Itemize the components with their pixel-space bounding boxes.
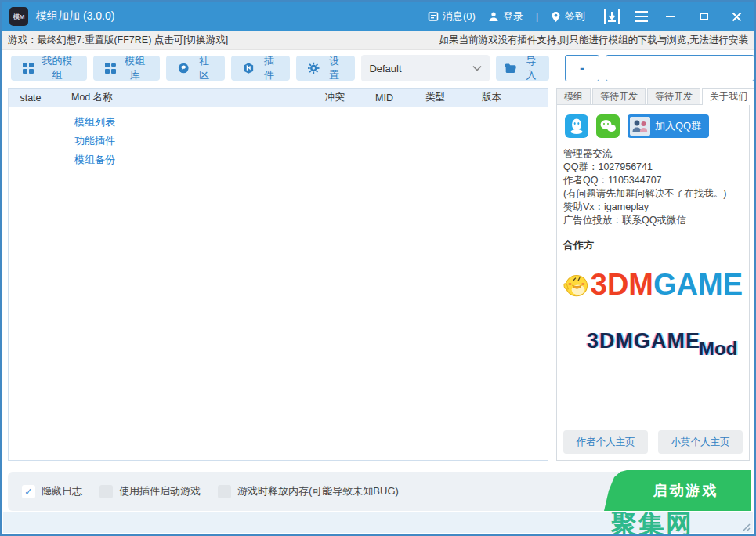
checkbox-checked-icon: ✓	[22, 485, 35, 498]
info-line: 管理器交流	[563, 147, 743, 161]
messages-button[interactable]: 消息(0)	[428, 9, 476, 24]
col-conflict: 冲突	[322, 91, 372, 104]
logo-3dmgame: 3DMGAME	[562, 260, 743, 309]
tab-pending-1[interactable]: 等待开发	[592, 88, 646, 105]
folder-icon	[505, 63, 516, 74]
minimize-button[interactable]	[660, 8, 681, 25]
qq-icon[interactable]	[565, 114, 588, 138]
gear-icon	[308, 62, 320, 74]
titlebar-separator: |	[536, 11, 538, 22]
download-icon	[604, 9, 620, 24]
info-line: 赞助Vx：igameplay	[563, 201, 743, 214]
user-icon	[488, 11, 499, 22]
col-type: 类型	[422, 91, 479, 104]
qq-group-avatar	[630, 117, 650, 136]
settings-button[interactable]: 设置	[296, 56, 355, 81]
table-row: 模组列表	[9, 113, 548, 132]
toolbar: 我的模组 模组库 社区 插件 设置	[2, 50, 754, 86]
free-memory-label: 游戏时释放内存(可能导致未知BUG)	[237, 484, 399, 498]
launch-game-button[interactable]: 启动游戏	[594, 470, 751, 511]
info-line: 作者QQ：1105344707	[563, 174, 743, 187]
close-button[interactable]	[726, 8, 747, 25]
mod-list-link[interactable]: 模组列表	[74, 115, 115, 129]
free-memory-checkbox[interactable]: 游戏时释放内存(可能导致未知BUG)	[218, 484, 399, 498]
apps-icon	[105, 63, 116, 74]
import-button[interactable]: 导入	[496, 56, 549, 81]
right-panel: 模组 等待开发 等待开发 关于我们	[556, 88, 750, 461]
info-line: (有问题请先加群问解决不了在找我。)	[563, 187, 743, 201]
login-button[interactable]: 登录	[488, 9, 523, 24]
chick-mascot-icon	[562, 260, 591, 309]
tab-about-us[interactable]: 关于我们	[702, 88, 755, 105]
hide-log-label: 隐藏日志	[42, 484, 82, 498]
titlebar-right: 消息(0) 登录 | 签到	[428, 8, 747, 25]
checkbox-unchecked-icon	[218, 485, 231, 498]
juji-watermark: 聚集网	[611, 507, 693, 536]
plugin-launch-label: 使用插件启动游戏	[119, 484, 201, 498]
join-qq-group-label: 加入QQ群	[655, 119, 701, 133]
join-qq-group-button[interactable]: 加入QQ群	[628, 114, 709, 138]
table-header: state Mod 名称 冲突 MID 类型 版本	[9, 89, 548, 107]
download-button[interactable]	[604, 9, 620, 24]
login-label: 登录	[503, 9, 523, 24]
tab-mods[interactable]: 模组	[556, 88, 591, 105]
community-button[interactable]: 社区	[166, 56, 225, 81]
contact-icons-row: 加入QQ群	[565, 114, 743, 138]
plugin-launch-checkbox[interactable]: 使用插件启动游戏	[99, 484, 201, 498]
hamburger-icon	[635, 11, 648, 22]
maximize-icon	[700, 13, 708, 20]
import-label: 导入	[522, 54, 541, 82]
mod-table-panel: state Mod 名称 冲突 MID 类型 版本 模组列表 功能插件 模组备份	[8, 88, 548, 461]
message-icon	[428, 11, 439, 22]
settings-label: 设置	[325, 54, 344, 82]
grid-icon	[23, 63, 34, 74]
remove-filter-button[interactable]: -	[565, 55, 599, 81]
my-mods-label: 我的模组	[39, 54, 75, 82]
right-panel-tabs: 模组 等待开发 等待开发 关于我们	[556, 88, 750, 105]
plugin-icon	[243, 62, 255, 74]
xiaomo-homepage-button[interactable]: 小莫个人主页	[658, 430, 743, 454]
search-input[interactable]	[606, 55, 754, 81]
main-area: state Mod 名称 冲突 MID 类型 版本 模组列表 功能插件 模组备份	[2, 86, 754, 461]
partners-title: 合作方	[563, 238, 743, 252]
signin-button[interactable]: 签到	[551, 9, 585, 24]
maximize-button[interactable]	[693, 8, 714, 25]
app-icon: 模M	[9, 7, 28, 26]
logo-3dm-text: 3DMGAME	[591, 270, 743, 299]
menu-button[interactable]	[635, 11, 648, 22]
chat-icon	[178, 62, 190, 74]
minimize-icon	[666, 16, 675, 17]
profile-select-value: Default	[369, 63, 401, 74]
titlebar-left: 模M 模组加加 (3.0.0)	[9, 7, 114, 26]
mod-backup-link[interactable]: 模组备份	[74, 153, 115, 167]
signin-label: 签到	[565, 9, 585, 24]
resize-grip[interactable]	[741, 522, 751, 531]
table-row: 功能插件	[9, 132, 548, 150]
table-row: 模组备份	[9, 150, 548, 169]
current-game-switch[interactable]: 游戏：最终幻想7:重置版(FF7RE) 点击可[切换游戏]	[8, 34, 228, 47]
info-line: 广告位投放：联系QQ或微信	[563, 214, 743, 227]
window-title: 模组加加 (3.0.0)	[36, 9, 114, 24]
function-plugin-link[interactable]: 功能插件	[74, 134, 115, 148]
community-label: 社区	[195, 54, 214, 82]
col-mid: MID	[372, 92, 422, 103]
close-icon	[732, 12, 742, 22]
app-window: 模M 模组加加 (3.0.0) 消息(0) 登录 | 签到	[0, 0, 756, 536]
checkbox-unchecked-icon	[99, 485, 113, 498]
author-homepage-button[interactable]: 作者个人主页	[563, 430, 648, 454]
mod-library-button[interactable]: 模组库	[93, 56, 160, 81]
col-state: state	[9, 92, 52, 103]
plugins-button[interactable]: 插件	[231, 56, 290, 81]
wechat-icon[interactable]	[596, 114, 620, 138]
table-body: 模组列表 功能插件 模组备份	[9, 107, 548, 169]
hide-log-checkbox[interactable]: ✓ 隐藏日志	[22, 484, 82, 498]
plugins-label: 插件	[260, 54, 279, 82]
location-pin-icon	[551, 11, 561, 23]
panel-footer: 作者个人主页 小莫个人主页	[563, 430, 743, 454]
game-info-bar: 游戏：最终幻想7:重置版(FF7RE) 点击可[切换游戏] 如果当前游戏没有插件…	[2, 31, 754, 50]
titlebar: 模M 模组加加 (3.0.0) 消息(0) 登录 | 签到	[2, 2, 754, 31]
profile-select[interactable]: Default	[361, 55, 489, 81]
my-mods-button[interactable]: 我的模组	[11, 56, 87, 81]
about-panel-body: 加入QQ群 管理器交流 QQ群：1027956741 作者QQ：11053447…	[556, 104, 750, 461]
tab-pending-2[interactable]: 等待开发	[647, 88, 700, 105]
